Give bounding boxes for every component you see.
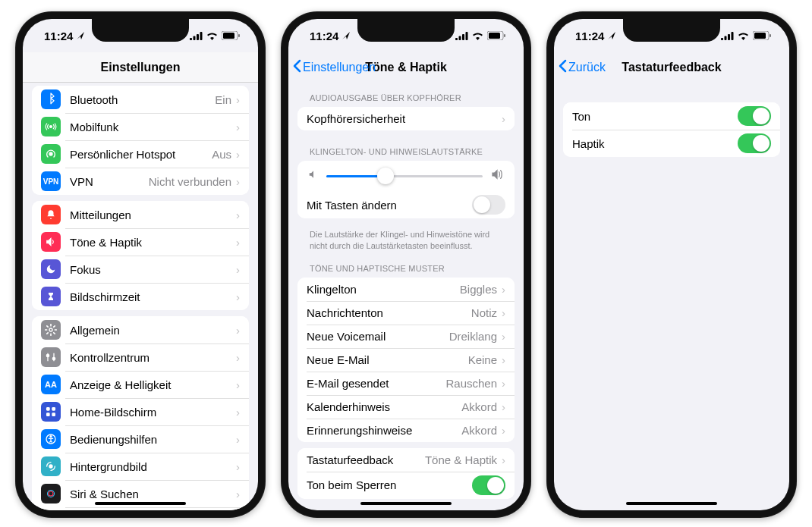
svg-rect-31: [489, 33, 500, 39]
svg-rect-28: [462, 34, 464, 40]
chevron-right-icon: ›: [236, 209, 240, 221]
chevron-right-icon: ›: [236, 406, 240, 419]
chevron-right-icon: ›: [502, 353, 505, 366]
settings-row[interactable]: Ton: [563, 102, 780, 130]
svg-rect-2: [197, 34, 199, 40]
row-label: Bedienungshilfen: [70, 433, 236, 446]
svg-rect-1: [194, 36, 196, 40]
row-change-with-buttons[interactable]: Mit Tasten ändern: [297, 191, 515, 218]
settings-row[interactable]: E-Mail gesendetRauschen›: [297, 372, 515, 395]
page-title: Einstellungen: [101, 61, 181, 74]
settings-row[interactable]: Töne & Haptik›: [32, 228, 249, 256]
group-header: SCHALTER FÜR KLINGELMODUS/STUMMMODUS: [288, 505, 524, 510]
home-indicator[interactable]: [360, 502, 452, 505]
toggle-switch[interactable]: [738, 133, 771, 153]
chevron-right-icon: ›: [236, 351, 240, 364]
settings-row[interactable]: Home-Bildschirm›: [32, 398, 249, 425]
settings-row[interactable]: Mobilfunk›: [32, 113, 249, 140]
settings-row[interactable]: Kontrollzentrum›: [32, 343, 249, 371]
settings-row[interactable]: TastaturfeedbackTöne & Haptik›: [297, 448, 515, 472]
svg-rect-3: [200, 32, 203, 40]
row-detail: Töne & Haptik: [425, 453, 497, 466]
svg-rect-29: [466, 32, 468, 40]
toggle-switch[interactable]: [738, 106, 771, 126]
row-label: Allgemein: [70, 324, 236, 337]
back-button[interactable]: Zurück: [559, 52, 606, 83]
page-title: Tastaturfeedback: [622, 61, 721, 74]
svg-rect-32: [504, 34, 505, 37]
back-button[interactable]: Einstellungen: [293, 52, 376, 83]
settings-row[interactable]: AAAnzeige & Helligkeit›: [32, 371, 249, 398]
svg-rect-5: [223, 33, 234, 39]
settings-row[interactable]: Neue E-MailKeine›: [297, 348, 515, 372]
home-icon: [41, 402, 61, 422]
mobile-icon: [41, 117, 61, 136]
settings-row[interactable]: Bildschirmzeit›: [32, 283, 249, 310]
volume-slider[interactable]: [326, 175, 483, 177]
row-headphone-safety[interactable]: Kopfhörersicherheit ›: [297, 107, 515, 130]
row-label: Mitteilungen: [70, 209, 236, 221]
settings-row[interactable]: Mitteilungen›: [32, 201, 249, 228]
hourglass-icon: [41, 287, 61, 306]
settings-row[interactable]: Fokus›: [32, 256, 249, 283]
settings-row[interactable]: Haptik: [563, 130, 780, 157]
settings-row[interactable]: Hintergrundbild›: [32, 453, 249, 480]
nav-bar: Einstellungen Töne & Haptik: [288, 52, 524, 83]
home-indicator[interactable]: [95, 502, 186, 505]
row-label: Ton beim Sperren: [307, 478, 472, 491]
location-icon: [341, 30, 351, 42]
chevron-right-icon: ›: [236, 236, 240, 249]
row-detail: Dreiklang: [449, 330, 497, 343]
settings-row[interactable]: Ton beim Sperren: [297, 472, 515, 499]
svg-rect-15: [52, 407, 55, 411]
settings-row[interactable]: KlingeltonBiggles›: [297, 278, 515, 301]
svg-rect-39: [770, 34, 771, 37]
row-label: Kalenderhinweis: [307, 400, 461, 413]
svg-point-19: [50, 436, 52, 438]
svg-rect-6: [238, 34, 240, 37]
settings-row[interactable]: KalenderhinweisAkkord›: [297, 395, 515, 419]
settings-row[interactable]: ErinnerungshinweiseAkkord›: [297, 419, 515, 442]
home-indicator[interactable]: [626, 502, 717, 505]
group-header: TÖNE UND HAPTISCHE MUSTER: [288, 253, 524, 278]
settings-row[interactable]: Neue VoicemailDreiklang›: [297, 325, 515, 348]
row-label: Tastaturfeedback: [307, 453, 425, 466]
nav-bar: Einstellungen: [23, 52, 258, 83]
row-detail: Notiz: [471, 306, 497, 319]
chevron-right-icon: ›: [236, 290, 240, 303]
moon-icon: [41, 259, 61, 279]
signal-icon: [721, 32, 734, 40]
svg-point-21: [46, 488, 57, 500]
signal-icon: [190, 32, 203, 40]
settings-row[interactable]: NachrichtentonNotiz›: [297, 301, 515, 325]
back-label: Einstellungen: [303, 61, 376, 74]
svg-point-13: [52, 357, 55, 359]
settings-row[interactable]: Bedienungshilfen›: [32, 425, 249, 453]
svg-point-11: [46, 354, 49, 356]
settings-row[interactable]: Persönlicher HotspotAus›: [32, 140, 249, 168]
chevron-right-icon: ›: [236, 433, 240, 446]
chevron-right-icon: ›: [502, 283, 505, 296]
chevron-right-icon: ›: [502, 453, 505, 466]
settings-row[interactable]: BluetoothEin›: [32, 86, 249, 113]
chevron-right-icon: ›: [502, 377, 505, 390]
chevron-right-icon: ›: [236, 378, 240, 391]
settings-row[interactable]: Face ID & Code›: [32, 507, 249, 510]
chevron-right-icon: ›: [236, 148, 240, 161]
chevron-right-icon: ›: [236, 263, 240, 276]
toggle-switch[interactable]: [472, 475, 505, 495]
hotspot-icon: [41, 144, 61, 164]
group-header: AUDIOAUSGABE ÜBER KOPFHÖRER: [288, 83, 524, 107]
settings-row[interactable]: Allgemein›: [32, 316, 249, 343]
control-icon: [41, 347, 61, 367]
toggle-switch[interactable]: [472, 195, 505, 215]
row-label: Klingelton: [307, 283, 460, 296]
back-label: Zurück: [568, 61, 606, 74]
chevron-right-icon: ›: [236, 324, 240, 337]
chevron-right-icon: ›: [236, 175, 240, 188]
svg-rect-34: [725, 36, 727, 40]
battery-icon: [222, 31, 240, 40]
bluetooth-icon: [41, 89, 61, 109]
row-label: Ton: [572, 110, 738, 123]
settings-row[interactable]: VPNVPNNicht verbunden›: [32, 168, 249, 195]
